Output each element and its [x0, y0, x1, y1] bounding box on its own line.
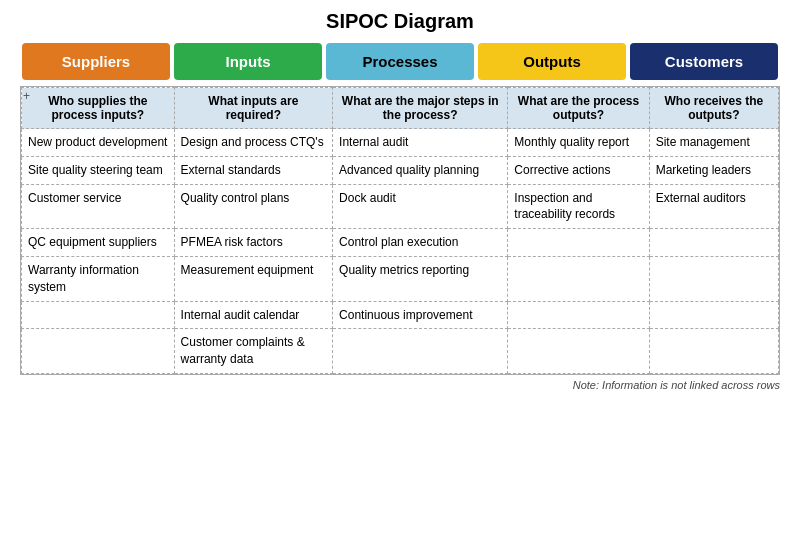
cell-inputs-6: Customer complaints & warranty data: [174, 329, 332, 374]
header-outputs: Outputs: [478, 43, 626, 80]
page-title: SIPOC Diagram: [326, 10, 474, 33]
cell-suppliers-1: Site quality steering team: [22, 156, 175, 184]
cell-customers-6: [649, 329, 778, 374]
cell-processes-0: Internal audit: [333, 129, 508, 157]
cell-customers-1: Marketing leaders: [649, 156, 778, 184]
header-suppliers: Suppliers: [22, 43, 170, 80]
cell-suppliers-6: [22, 329, 175, 374]
cell-inputs-5: Internal audit calendar: [174, 301, 332, 329]
cell-inputs-3: PFMEA risk factors: [174, 229, 332, 257]
cell-outputs-0: Monthly quality report: [508, 129, 649, 157]
cell-suppliers-3: QC equipment suppliers: [22, 229, 175, 257]
cell-processes-1: Advanced quality planning: [333, 156, 508, 184]
subheader-suppliers: Who supplies the process inputs?: [22, 88, 175, 129]
header-customers: Customers: [630, 43, 778, 80]
cell-customers-2: External auditors: [649, 184, 778, 229]
header-row: Suppliers Inputs Processes Outputs Custo…: [20, 43, 780, 80]
expand-icon[interactable]: +: [23, 89, 30, 103]
cell-outputs-2: Inspection and traceability records: [508, 184, 649, 229]
cell-inputs-4: Measurement equipment: [174, 256, 332, 301]
cell-inputs-2: Quality control plans: [174, 184, 332, 229]
sipoc-table: Who supplies the process inputs? What in…: [21, 87, 779, 374]
subheader-customers: Who receives the outputs?: [649, 88, 778, 129]
cell-outputs-1: Corrective actions: [508, 156, 649, 184]
cell-outputs-5: [508, 301, 649, 329]
table-container: + Who supplies the process inputs? What …: [20, 86, 780, 375]
table-row: Site quality steering teamExternal stand…: [22, 156, 779, 184]
header-inputs: Inputs: [174, 43, 322, 80]
cell-suppliers-0: New product development: [22, 129, 175, 157]
cell-outputs-4: [508, 256, 649, 301]
page: SIPOC Diagram Suppliers Inputs Processes…: [0, 0, 800, 555]
cell-suppliers-4: Warranty information system: [22, 256, 175, 301]
cell-outputs-6: [508, 329, 649, 374]
subheader-outputs: What are the process outputs?: [508, 88, 649, 129]
cell-processes-3: Control plan execution: [333, 229, 508, 257]
cell-suppliers-5: [22, 301, 175, 329]
cell-customers-4: [649, 256, 778, 301]
table-row: QC equipment suppliersPFMEA risk factors…: [22, 229, 779, 257]
cell-inputs-0: Design and process CTQ's: [174, 129, 332, 157]
table-row: Customer complaints & warranty data: [22, 329, 779, 374]
cell-processes-4: Quality metrics reporting: [333, 256, 508, 301]
table-row: New product developmentDesign and proces…: [22, 129, 779, 157]
cell-customers-0: Site management: [649, 129, 778, 157]
note-text: Note: Information is not linked across r…: [20, 379, 780, 391]
subheader-row: Who supplies the process inputs? What in…: [22, 88, 779, 129]
cell-processes-6: [333, 329, 508, 374]
table-row: Internal audit calendarContinuous improv…: [22, 301, 779, 329]
table-row: Warranty information systemMeasurement e…: [22, 256, 779, 301]
header-processes: Processes: [326, 43, 474, 80]
cell-processes-2: Dock audit: [333, 184, 508, 229]
cell-outputs-3: [508, 229, 649, 257]
cell-inputs-1: External standards: [174, 156, 332, 184]
table-row: Customer serviceQuality control plansDoc…: [22, 184, 779, 229]
cell-customers-3: [649, 229, 778, 257]
cell-processes-5: Continuous improvement: [333, 301, 508, 329]
subheader-processes: What are the major steps in the process?: [333, 88, 508, 129]
cell-suppliers-2: Customer service: [22, 184, 175, 229]
subheader-inputs: What inputs are required?: [174, 88, 332, 129]
cell-customers-5: [649, 301, 778, 329]
